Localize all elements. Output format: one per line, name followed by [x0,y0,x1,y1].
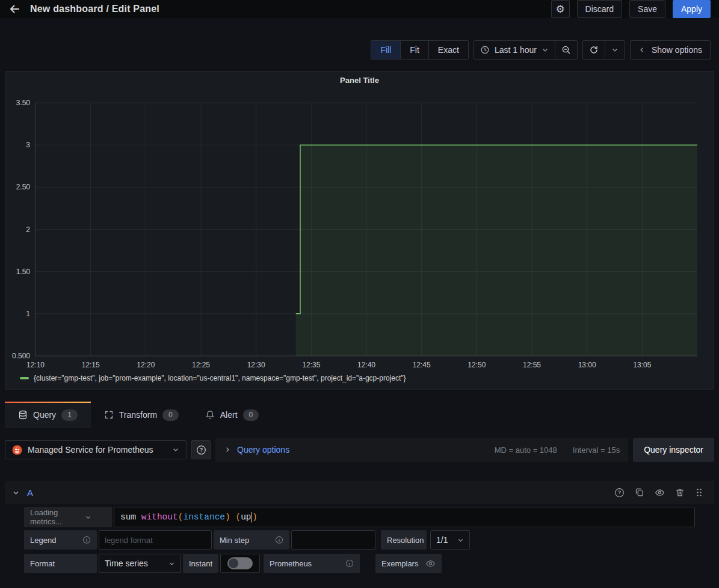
instant-label-block: Instant [183,554,218,573]
info-circle-icon[interactable] [275,536,283,544]
resolution-label-block: Resolution [381,530,427,550]
datasource-help-button[interactable]: ? [191,440,211,459]
min-step-label: Min step [220,536,249,545]
metrics-select-label: Loading metrics... [30,508,66,526]
svg-text:?: ? [199,447,202,453]
zoom-out-button[interactable] [555,41,577,59]
panel-settings-button[interactable]: ⚙ [551,0,570,18]
back-arrow-icon[interactable] [8,3,20,15]
format-label-block: Format [24,554,97,573]
display-mode-fill[interactable]: Fill [371,41,401,59]
legend-format-input[interactable] [99,530,212,550]
datasource-name: Managed Service for Prometheus [28,445,167,455]
tab-alert-count: 0 [243,409,259,421]
time-range-picker[interactable]: Last 1 hour [474,41,555,59]
duplicate-query-icon[interactable] [635,488,644,497]
display-mode-group: Fill Fit Exact [371,40,468,60]
collapse-chevron-icon[interactable] [12,489,20,497]
datasource-row: Managed Service for Prometheus ? Query o… [5,438,714,462]
save-button[interactable]: Save [629,0,665,18]
time-picker-group: Last 1 hour [474,40,578,60]
transform-icon [104,410,114,420]
tab-transform[interactable]: Transform 0 [91,402,192,428]
toggle-knob [229,559,238,568]
query-expression-row: Loading metrics... sum without(instance)… [24,507,695,527]
datasource-picker[interactable]: Managed Service for Prometheus [5,440,187,459]
svg-text:12:10: 12:10 [26,361,45,369]
metrics-browser-select[interactable]: Loading metrics... [24,507,112,527]
instant-label: Instant [189,559,212,568]
bell-icon [205,410,215,420]
query-legend-row: Legend Min step Resolution 1/1 [24,530,470,550]
chevron-down-icon [542,46,549,54]
svg-text:13:05: 13:05 [633,361,651,369]
instant-toggle[interactable] [220,554,260,573]
svg-text:1.50: 1.50 [16,268,31,276]
toggle-track [227,557,253,569]
tab-alert-label: Alert [220,410,238,420]
svg-text:2.50: 2.50 [16,183,31,191]
svg-text:1: 1 [26,310,30,318]
time-series-chart[interactable]: 0.50011.5022.5033.5012:1012:1512:2012:25… [5,98,705,376]
chart-legend-item[interactable]: {cluster="gmp-test", job="prom-example",… [20,374,406,382]
min-step-input[interactable] [291,530,375,550]
svg-text:12:20: 12:20 [137,361,155,369]
panel-toolbar: Fill Fit Exact Last 1 hour [371,40,711,60]
chevron-down-icon [168,560,175,567]
info-circle-icon[interactable] [82,536,91,544]
tab-transform-label: Transform [119,410,157,420]
show-options-label: Show options [652,45,702,55]
svg-text:0.500: 0.500 [12,352,30,360]
svg-text:3.50: 3.50 [16,99,31,107]
tab-query-count: 1 [61,409,78,421]
editor-tabs: Query 1 Transform 0 Alert 0 [5,402,272,428]
panel-title[interactable]: Panel Title [5,72,714,85]
tab-transform-count: 0 [162,409,179,421]
query-options-toggle[interactable]: Query options [237,445,289,455]
hide-query-eye-icon[interactable] [655,488,665,498]
svg-text:12:30: 12:30 [247,361,265,369]
panel: Panel Title 0.50011.5022.5033.5012:1012:… [5,71,714,390]
chevron-down-icon [172,446,179,453]
svg-text:2: 2 [26,225,30,234]
min-step-label-block: Min step [214,530,289,550]
max-data-points-info: MD = auto = 1048 [495,446,557,455]
svg-text:12:55: 12:55 [523,361,541,369]
refresh-group [582,40,625,60]
help-circle-icon[interactable]: ? [614,488,625,498]
refresh-button[interactable] [583,41,605,59]
drag-handle-icon[interactable] [695,488,703,497]
display-mode-fit[interactable]: Fit [401,41,429,59]
tab-query[interactable]: Query 1 [5,402,91,428]
exemplars-eye-icon[interactable] [425,559,436,569]
page-title: New dashboard / Edit Panel [30,4,159,14]
database-icon [18,410,28,420]
svg-text:?: ? [618,489,621,495]
svg-text:12:50: 12:50 [468,361,486,369]
interval-info: Interval = 15s [573,446,620,455]
query-inspector-button[interactable]: Query inspector [633,438,714,462]
svg-text:12:15: 12:15 [82,361,100,369]
format-select[interactable]: Time series [99,554,181,573]
legend-color-swatch [20,377,29,379]
legend-label: Legend [30,536,56,545]
prometheus-label: Prometheus [270,559,312,568]
display-mode-exact[interactable]: Exact [429,41,468,59]
resolution-label: Resolution [387,536,424,545]
resolution-value: 1/1 [436,535,448,545]
svg-text:12:40: 12:40 [357,361,375,369]
chevron-down-icon [611,46,619,54]
discard-button[interactable]: Discard [577,0,622,18]
query-format-row: Format Time series Instant Prometheus Ex… [24,554,442,573]
tab-alert[interactable]: Alert 0 [192,402,272,428]
show-options-button[interactable]: Show options [630,40,711,60]
resolution-select[interactable]: 1/1 [430,530,470,550]
query-row-header[interactable]: A ? [5,481,714,504]
apply-button[interactable]: Apply [673,0,711,18]
refresh-interval-dropdown[interactable] [605,41,625,59]
query-row-actions: ? [614,488,703,498]
info-circle-icon[interactable] [345,559,354,568]
help-circle-icon: ? [196,445,206,455]
delete-query-trash-icon[interactable] [675,488,685,497]
promql-input[interactable]: sum without(instance) (up) [114,507,695,527]
